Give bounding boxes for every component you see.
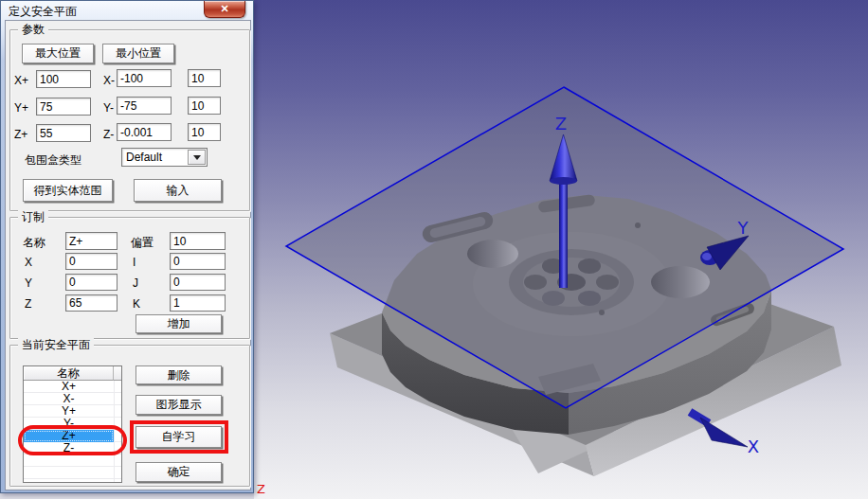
params-group-label: 参数 (18, 23, 48, 37)
bbox-type-label: 包围盒类型 (25, 152, 81, 169)
name-label: 名称 (23, 235, 45, 251)
planes-list-rows: X+ X- Y+ Y- Z+ Z- (24, 381, 121, 482)
application-window: Z Y X Z 定义安全平面 ✕ 参数 最大位置 最小位置 X+ X- Y+ Y… (0, 0, 868, 499)
yminus-label: Y- (103, 101, 114, 115)
max-position-button[interactable]: 最大位置 (22, 44, 94, 63)
z-margin-input[interactable] (188, 123, 221, 141)
xplus-label: X+ (14, 74, 28, 87)
ok-button[interactable]: 确定 (136, 462, 222, 482)
y-margin-input[interactable] (188, 97, 221, 115)
current-planes-group-label: 当前安全平面 (18, 338, 94, 352)
zplus-label: Z+ (14, 128, 27, 141)
k-input[interactable] (170, 294, 226, 312)
offset-input[interactable] (170, 232, 226, 250)
bbox-type-value: Default (126, 151, 162, 164)
dropdown-button[interactable] (188, 150, 206, 165)
x-input[interactable] (65, 253, 118, 270)
dialog-title[interactable]: 定义安全平面 (9, 4, 77, 20)
yplus-label: Y+ (14, 101, 28, 115)
y-axis-label: Y (737, 218, 750, 238)
define-safety-plane-dialog: 定义安全平面 ✕ 参数 最大位置 最小位置 X+ X- Y+ Y- Z+ Z- … (0, 0, 254, 493)
self-learn-button[interactable]: 自学习 (136, 426, 222, 448)
x-axis-label: X (748, 437, 759, 456)
input-button[interactable]: 输入 (134, 179, 222, 202)
get-solid-extent-button[interactable]: 得到实体范围 (23, 179, 113, 202)
zminus-input[interactable] (117, 123, 172, 141)
close-icon: ✕ (220, 3, 228, 14)
offset-label: 偏置 (131, 235, 154, 251)
custom-group-label: 订制 (18, 210, 48, 224)
i-label: I (133, 256, 136, 269)
planes-list-header: 名称 (24, 366, 121, 381)
add-button[interactable]: 增加 (136, 314, 222, 333)
empty-column-header (114, 366, 121, 381)
3d-scene: Z Y X Z (254, 0, 868, 499)
min-position-button[interactable]: 最小位置 (102, 44, 174, 63)
planes-list: 名称 X+ X- Y+ Y- Z+ Z- (23, 365, 122, 483)
yplus-input[interactable] (36, 98, 91, 116)
zminus-label: Z- (103, 128, 114, 141)
z-input[interactable] (65, 294, 118, 312)
j-input[interactable] (170, 274, 226, 291)
name-input[interactable] (65, 232, 118, 250)
close-button[interactable]: ✕ (204, 1, 245, 18)
x-label: X (25, 256, 32, 269)
xminus-input[interactable] (117, 69, 172, 87)
chevron-down-icon (193, 155, 201, 160)
3d-viewport[interactable]: Z Y X Z (254, 0, 868, 499)
x-margin-input[interactable] (188, 69, 221, 87)
z-axis-label: Z (555, 114, 567, 134)
k-label: K (133, 297, 140, 311)
j-label: J (133, 276, 138, 290)
yminus-input[interactable] (117, 97, 172, 115)
zplus-input[interactable] (36, 124, 91, 142)
list-item-zminus[interactable]: Z- (24, 442, 114, 454)
y-input[interactable] (65, 274, 118, 291)
xplus-input[interactable] (36, 70, 91, 88)
name-column-header[interactable]: 名称 (24, 366, 114, 381)
xminus-label: X- (103, 74, 115, 87)
z-label: Z (25, 297, 31, 311)
y-label: Y (25, 276, 32, 290)
bbox-type-dropdown[interactable]: Default (121, 148, 208, 167)
i-input[interactable] (170, 253, 226, 270)
graphic-display-button[interactable]: 图形显示 (136, 395, 222, 415)
delete-button[interactable]: 删除 (136, 365, 222, 384)
corner-triad-z-label: Z (257, 482, 265, 496)
